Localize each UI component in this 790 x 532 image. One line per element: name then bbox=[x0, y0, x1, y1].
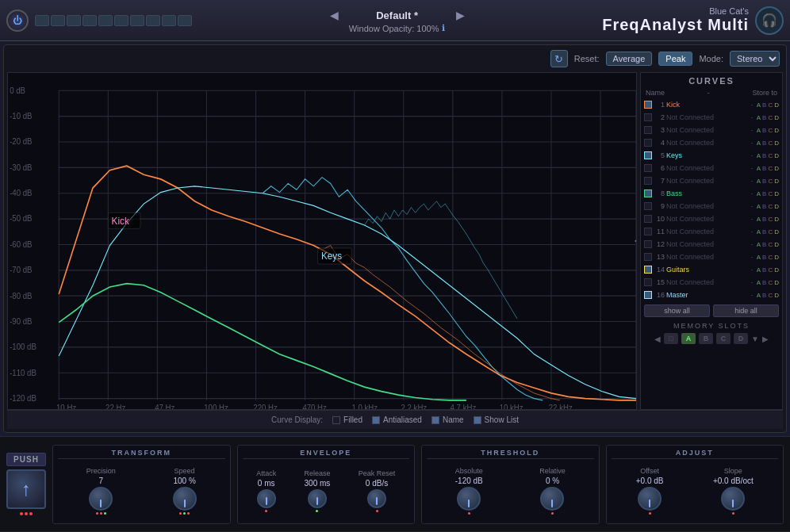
slot-b-7[interactable]: B bbox=[762, 178, 766, 185]
slot-c-3[interactable]: C bbox=[768, 127, 773, 134]
curve-checkbox-14[interactable] bbox=[644, 266, 652, 274]
offset-knob[interactable] bbox=[638, 487, 662, 511]
filled-checkbox[interactable] bbox=[332, 416, 340, 424]
curve-checkbox-13[interactable] bbox=[644, 253, 652, 261]
slot-c-4[interactable]: C bbox=[768, 140, 773, 147]
curve-checkbox-12[interactable] bbox=[644, 240, 652, 248]
hide-all-button[interactable]: hide all bbox=[713, 304, 779, 317]
slot-c-5[interactable]: C bbox=[768, 152, 773, 159]
opacity-info-icon[interactable]: ℹ bbox=[442, 23, 445, 33]
curve-row-2[interactable]: 2 Not Connected - A B C D bbox=[644, 111, 779, 124]
name-checkbox[interactable] bbox=[431, 416, 439, 424]
slot-a-15[interactable]: A bbox=[757, 279, 761, 286]
slot-b-3[interactable]: B bbox=[762, 127, 766, 134]
slot-b-16[interactable]: B bbox=[762, 292, 766, 299]
memory-slot-b-inactive[interactable]: B bbox=[699, 333, 713, 344]
slot-a-2[interactable]: A bbox=[757, 114, 761, 121]
curve-row-8[interactable]: 8 Bass - A B C D bbox=[644, 187, 779, 200]
slot-a-6[interactable]: A bbox=[757, 165, 761, 172]
peak-reset-knob[interactable] bbox=[367, 489, 386, 508]
slot-d-1[interactable]: D bbox=[774, 101, 779, 109]
slot-b-12[interactable]: B bbox=[762, 241, 766, 248]
slot-c-10[interactable]: C bbox=[768, 216, 773, 223]
release-knob[interactable] bbox=[308, 489, 327, 508]
curve-checkbox-1[interactable] bbox=[644, 101, 652, 109]
slope-knob[interactable] bbox=[721, 487, 745, 511]
toolbar-icon-1[interactable] bbox=[35, 15, 49, 26]
curve-row-14[interactable]: 14 Guitars - A B C D bbox=[644, 263, 779, 276]
curve-row-3[interactable]: 3 Not Connected - A B C D bbox=[644, 124, 779, 136]
slot-d-2[interactable]: D bbox=[774, 114, 779, 121]
toolbar-icon-10[interactable] bbox=[178, 15, 192, 26]
peak-button[interactable]: Peak bbox=[658, 52, 692, 66]
slot-c-9[interactable]: C bbox=[768, 203, 773, 210]
slot-d-16[interactable]: D bbox=[774, 292, 779, 299]
curve-row-7[interactable]: 7 Not Connected - A B C D bbox=[644, 174, 779, 187]
antialiased-option[interactable]: Antialiased bbox=[372, 415, 422, 424]
curve-checkbox-5[interactable] bbox=[644, 151, 652, 159]
curve-row-9[interactable]: 9 Not Connected - A B C D bbox=[644, 200, 779, 212]
slot-b-8[interactable]: B bbox=[762, 190, 766, 197]
curve-checkbox-2[interactable] bbox=[644, 113, 652, 121]
slot-c-1[interactable]: C bbox=[768, 101, 773, 109]
show-list-checkbox[interactable] bbox=[474, 416, 481, 424]
toolbar-icon-5[interactable] bbox=[98, 15, 113, 26]
slot-a-9[interactable]: A bbox=[757, 203, 761, 210]
toolbar-icon-4[interactable] bbox=[82, 15, 97, 26]
slot-d-11[interactable]: D bbox=[774, 228, 779, 235]
slot-a-7[interactable]: A bbox=[757, 178, 761, 185]
memory-down-arrow[interactable]: ▼ bbox=[751, 335, 759, 343]
curve-checkbox-8[interactable] bbox=[644, 189, 652, 197]
curve-checkbox-6[interactable] bbox=[644, 164, 652, 172]
curve-checkbox-9[interactable] bbox=[644, 202, 652, 210]
slot-d-10[interactable]: D bbox=[774, 216, 779, 223]
curve-checkbox-7[interactable] bbox=[644, 177, 652, 185]
curve-checkbox-3[interactable] bbox=[644, 126, 652, 134]
absolute-knob[interactable] bbox=[457, 487, 481, 511]
name-option[interactable]: Name bbox=[431, 415, 464, 424]
slot-a-14[interactable]: A bbox=[757, 266, 761, 274]
memory-slot-a[interactable]: A bbox=[681, 333, 696, 344]
slot-c-7[interactable]: C bbox=[768, 178, 773, 185]
slot-b-10[interactable]: B bbox=[762, 216, 766, 223]
slot-a-8[interactable]: A bbox=[757, 190, 761, 197]
toolbar-icon-9[interactable] bbox=[162, 15, 176, 26]
toolbar-icon-6[interactable] bbox=[114, 15, 128, 26]
curve-checkbox-11[interactable] bbox=[644, 228, 652, 235]
memory-slot-empty[interactable]: □ bbox=[664, 333, 678, 344]
slot-b-1[interactable]: B bbox=[762, 101, 766, 109]
curve-checkbox-10[interactable] bbox=[644, 215, 652, 223]
toolbar-icon-8[interactable] bbox=[146, 15, 160, 26]
curve-row-4[interactable]: 4 Not Connected - A B C D bbox=[644, 136, 779, 149]
slot-d-7[interactable]: D bbox=[774, 178, 779, 185]
slot-a-12[interactable]: A bbox=[757, 241, 761, 248]
antialiased-checkbox[interactable] bbox=[372, 416, 380, 424]
curve-checkbox-4[interactable] bbox=[644, 139, 652, 147]
slot-d-3[interactable]: D bbox=[774, 127, 779, 134]
filled-option[interactable]: Filled bbox=[332, 415, 362, 424]
memory-slot-d-inactive[interactable]: D bbox=[734, 333, 748, 344]
slot-c-16[interactable]: C bbox=[768, 292, 773, 299]
show-list-option[interactable]: Show List bbox=[474, 415, 519, 424]
relative-knob[interactable] bbox=[540, 487, 564, 511]
memory-left-arrow[interactable]: ◀ bbox=[654, 335, 661, 343]
curve-row-16[interactable]: 16 Master - A B C D bbox=[644, 289, 779, 301]
curve-checkbox-16[interactable] bbox=[644, 291, 652, 299]
preset-prev-button[interactable]: ◀ bbox=[325, 7, 343, 23]
toolbar-icon-7[interactable] bbox=[130, 15, 144, 26]
precision-knob[interactable] bbox=[89, 487, 113, 511]
slot-b-5[interactable]: B bbox=[762, 152, 766, 159]
slot-b-9[interactable]: B bbox=[762, 203, 766, 210]
curve-row-5[interactable]: 5 Keys - A B C D bbox=[644, 149, 779, 162]
curve-row-15[interactable]: 15 Not Connected - A B C D bbox=[644, 276, 779, 289]
slot-b-11[interactable]: B bbox=[762, 228, 766, 235]
toolbar-icon-3[interactable] bbox=[67, 15, 81, 26]
slot-b-15[interactable]: B bbox=[762, 279, 766, 286]
mode-select[interactable]: Stereo Left Right bbox=[730, 51, 780, 67]
slot-b-6[interactable]: B bbox=[762, 165, 766, 172]
refresh-button[interactable]: ↻ bbox=[550, 50, 568, 67]
slot-d-13[interactable]: D bbox=[774, 254, 779, 261]
slot-a-10[interactable]: A bbox=[757, 216, 761, 223]
slot-c-15[interactable]: C bbox=[768, 279, 773, 286]
curve-row-10[interactable]: 10 Not Connected - A B C D bbox=[644, 212, 779, 225]
